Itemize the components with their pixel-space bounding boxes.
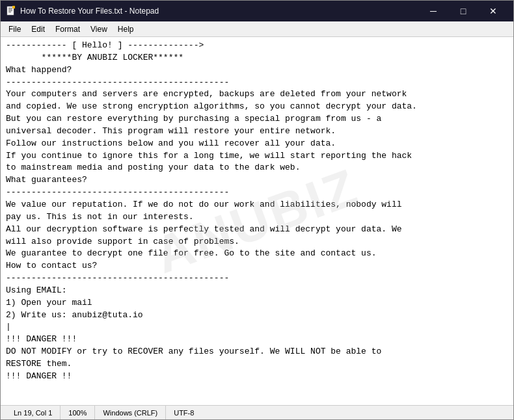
menu-format[interactable]: Format (50, 23, 85, 36)
menu-file[interactable]: File (3, 23, 26, 36)
zoom-level: 100% (61, 406, 95, 419)
title-buttons: ─ □ ✕ (418, 1, 508, 21)
text-content[interactable]: ------------ [ Hello! ] --------------> … (6, 40, 508, 402)
svg-rect-5 (12, 6, 15, 8)
menu-bar: File Edit Format View Help (1, 21, 513, 37)
notepad-window: How To Restore Your Files.txt - Notepad … (0, 0, 514, 420)
encoding: UTF-8 (166, 406, 202, 419)
cursor-position: Ln 19, Col 1 (6, 406, 61, 419)
menu-edit[interactable]: Edit (26, 23, 50, 36)
line-ending: Windows (CRLF) (95, 406, 166, 419)
title-bar-left: How To Restore Your Files.txt - Notepad (6, 6, 159, 16)
title-bar: How To Restore Your Files.txt - Notepad … (1, 1, 513, 21)
editor-area[interactable]: ANUBIZ ------------ [ Hello! ] ---------… (1, 37, 513, 405)
svg-rect-4 (8, 12, 11, 12)
status-bar: Ln 19, Col 1 100% Windows (CRLF) UTF-8 (1, 405, 513, 419)
menu-help[interactable]: Help (113, 23, 139, 36)
window-title: How To Restore Your Files.txt - Notepad (20, 7, 159, 16)
svg-rect-1 (8, 8, 12, 8)
svg-rect-3 (8, 10, 12, 11)
minimize-button[interactable]: ─ (418, 1, 448, 21)
menu-view[interactable]: View (85, 23, 113, 36)
close-button[interactable]: ✕ (478, 1, 508, 21)
notepad-icon (6, 6, 16, 16)
svg-rect-2 (8, 9, 12, 10)
maximize-button[interactable]: □ (448, 1, 478, 21)
